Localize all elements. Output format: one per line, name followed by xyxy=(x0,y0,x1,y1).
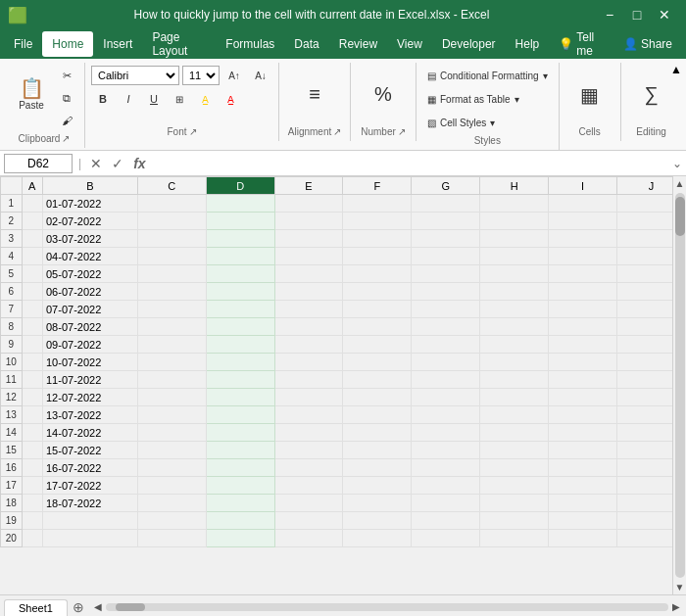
cell-c10[interactable] xyxy=(137,354,206,371)
scroll-thumb-v[interactable] xyxy=(675,197,685,236)
col-header-d[interactable]: D xyxy=(206,177,274,195)
cell-g16[interactable] xyxy=(412,459,480,477)
cell-g14[interactable] xyxy=(412,424,480,442)
cell-h15[interactable] xyxy=(480,442,549,459)
scroll-thumb-h[interactable] xyxy=(116,603,145,611)
cell-i17[interactable] xyxy=(549,477,617,495)
cell-e10[interactable] xyxy=(274,354,343,371)
cells-button[interactable]: ▦ xyxy=(565,67,614,123)
cell-d9[interactable] xyxy=(206,336,274,354)
cell-a17[interactable] xyxy=(22,477,43,495)
cell-h17[interactable] xyxy=(480,477,549,495)
italic-button[interactable]: I xyxy=(117,88,140,110)
cell-b20[interactable] xyxy=(43,530,138,547)
cell-c6[interactable] xyxy=(137,283,206,301)
cell-e8[interactable] xyxy=(274,318,343,336)
cell-h20[interactable] xyxy=(480,530,549,547)
cell-i8[interactable] xyxy=(549,318,617,336)
cell-i7[interactable] xyxy=(549,301,617,318)
formula-input[interactable] xyxy=(153,154,666,173)
cell-b2[interactable]: 02-07-2022 xyxy=(43,213,138,230)
cancel-formula-button[interactable]: ✕ xyxy=(87,156,105,171)
cell-i9[interactable] xyxy=(549,336,617,354)
cell-e7[interactable] xyxy=(274,301,343,318)
cell-h13[interactable] xyxy=(480,406,549,424)
menu-developer[interactable]: Developer xyxy=(432,31,506,57)
cell-b17[interactable]: 17-07-2022 xyxy=(43,477,138,495)
cell-d14[interactable] xyxy=(206,424,274,442)
copy-button[interactable]: ⧉ xyxy=(55,87,78,109)
cell-g15[interactable] xyxy=(412,442,480,459)
cell-b13[interactable]: 13-07-2022 xyxy=(43,406,138,424)
cell-c1[interactable] xyxy=(137,195,206,213)
cell-e3[interactable] xyxy=(274,230,343,248)
cell-b10[interactable]: 10-07-2022 xyxy=(43,354,138,371)
cell-c2[interactable] xyxy=(137,213,206,230)
cell-e15[interactable] xyxy=(274,442,343,459)
menu-share[interactable]: 👤 Share xyxy=(613,31,682,57)
cell-e2[interactable] xyxy=(274,213,343,230)
font-name-select[interactable]: Calibri xyxy=(91,66,179,85)
cell-f17[interactable] xyxy=(343,477,412,495)
cell-g6[interactable] xyxy=(412,283,480,301)
col-header-h[interactable]: H xyxy=(480,177,549,195)
cell-b4[interactable]: 04-07-2022 xyxy=(43,248,138,265)
cell-d3[interactable] xyxy=(206,230,274,248)
increase-font-button[interactable]: A↑ xyxy=(222,65,246,86)
cell-e13[interactable] xyxy=(274,406,343,424)
cell-i11[interactable] xyxy=(549,371,617,389)
cell-d1[interactable] xyxy=(206,195,274,213)
cell-b11[interactable]: 11-07-2022 xyxy=(43,371,138,389)
editing-button[interactable]: ∑ xyxy=(627,67,676,123)
cell-c11[interactable] xyxy=(137,371,206,389)
underline-button[interactable]: U xyxy=(142,88,166,110)
cell-b18[interactable]: 18-07-2022 xyxy=(43,495,138,512)
cell-d5[interactable] xyxy=(206,265,274,283)
cell-h12[interactable] xyxy=(480,389,549,406)
cell-b3[interactable]: 03-07-2022 xyxy=(43,230,138,248)
cell-d10[interactable] xyxy=(206,354,274,371)
menu-data[interactable]: Data xyxy=(284,31,328,57)
cell-g12[interactable] xyxy=(412,389,480,406)
cell-g10[interactable] xyxy=(412,354,480,371)
cell-a5[interactable] xyxy=(22,265,43,283)
fill-color-button[interactable]: A̲ xyxy=(193,88,217,110)
border-button[interactable]: ⊞ xyxy=(168,88,191,110)
cell-c12[interactable] xyxy=(137,389,206,406)
cell-i20[interactable] xyxy=(549,530,617,547)
cell-a9[interactable] xyxy=(22,336,43,354)
cell-h16[interactable] xyxy=(480,459,549,477)
menu-tell-me[interactable]: 💡 Tell me xyxy=(549,31,613,57)
cell-g9[interactable] xyxy=(412,336,480,354)
cell-g11[interactable] xyxy=(412,371,480,389)
font-size-select[interactable]: 11 xyxy=(182,66,220,85)
cell-h8[interactable] xyxy=(480,318,549,336)
cell-e18[interactable] xyxy=(274,495,343,512)
cell-i10[interactable] xyxy=(549,354,617,371)
cell-a2[interactable] xyxy=(22,213,43,230)
cell-b15[interactable]: 15-07-2022 xyxy=(43,442,138,459)
cell-c20[interactable] xyxy=(137,530,206,547)
scroll-left-button[interactable]: ◀ xyxy=(92,601,104,612)
cell-g17[interactable] xyxy=(412,477,480,495)
cell-h10[interactable] xyxy=(480,354,549,371)
clipboard-expand-icon[interactable]: ↗ xyxy=(62,133,70,144)
cell-e4[interactable] xyxy=(274,248,343,265)
cell-f9[interactable] xyxy=(343,336,412,354)
cell-e1[interactable] xyxy=(274,195,343,213)
cell-c4[interactable] xyxy=(137,248,206,265)
cell-d12[interactable] xyxy=(206,389,274,406)
conditional-formatting-button[interactable]: ▤ Conditional Formatting ▾ xyxy=(422,65,553,86)
cell-f1[interactable] xyxy=(343,195,412,213)
grid-scroll-area[interactable]: A B C D E F G H I J 101-07-2022202-07-20… xyxy=(0,176,686,594)
cell-e20[interactable] xyxy=(274,530,343,547)
menu-home[interactable]: Home xyxy=(42,31,93,57)
cell-c17[interactable] xyxy=(137,477,206,495)
bold-button[interactable]: B xyxy=(91,88,115,110)
cell-f10[interactable] xyxy=(343,354,412,371)
scroll-down-button[interactable]: ▼ xyxy=(673,580,686,594)
cell-g20[interactable] xyxy=(412,530,480,547)
cell-e12[interactable] xyxy=(274,389,343,406)
cell-f16[interactable] xyxy=(343,459,412,477)
cell-a13[interactable] xyxy=(22,406,43,424)
